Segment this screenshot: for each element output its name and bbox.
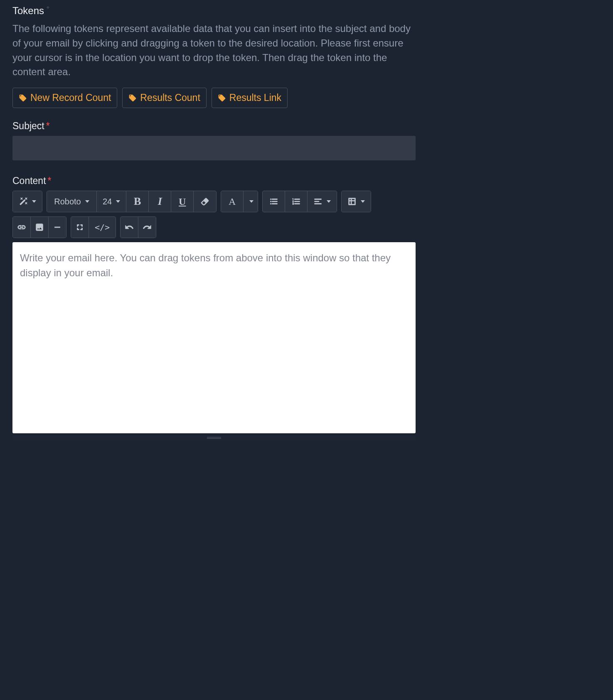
grip-icon — [207, 437, 221, 439]
link-icon — [17, 223, 26, 232]
link-button[interactable] — [13, 217, 31, 238]
horizontal-rule-button[interactable] — [49, 217, 66, 238]
chevron-down-icon — [361, 200, 365, 203]
italic-button[interactable]: I — [149, 191, 171, 212]
magic-wand-icon — [19, 197, 28, 206]
code-view-button[interactable]: </> — [89, 217, 116, 238]
list-ul-icon — [269, 197, 278, 206]
content-editor[interactable]: Write your email here. You can drag toke… — [12, 242, 416, 433]
minus-icon — [53, 223, 62, 232]
token-results-count[interactable]: Results Count — [122, 88, 206, 108]
undo-icon — [125, 223, 134, 232]
content-label: Content* — [12, 175, 416, 187]
redo-button[interactable] — [138, 217, 156, 238]
chevron-down-icon — [116, 200, 120, 203]
clear-formatting-button[interactable] — [194, 191, 216, 212]
unordered-list-button[interactable] — [263, 191, 285, 212]
info-dot: ○ — [47, 5, 49, 10]
chevron-down-icon — [32, 200, 36, 203]
required-mark: * — [46, 120, 50, 131]
eraser-icon — [200, 197, 209, 206]
bold-button[interactable]: B — [126, 191, 149, 212]
table-dropdown[interactable] — [342, 191, 371, 212]
font-size-value: 24 — [103, 197, 112, 206]
editor-placeholder: Write your email here. You can drag toke… — [20, 251, 408, 280]
italic-icon: I — [158, 195, 162, 208]
tag-icon — [19, 94, 27, 102]
chevron-down-icon — [85, 200, 89, 203]
token-label: Results Count — [140, 92, 200, 103]
svg-rect-0 — [55, 227, 60, 228]
font-color-icon: A — [229, 196, 236, 207]
list-ol-icon — [292, 197, 301, 206]
image-icon — [35, 223, 44, 232]
font-family-value: Roboto — [54, 197, 81, 206]
chevron-down-icon — [327, 200, 331, 203]
image-button[interactable] — [31, 217, 49, 238]
tag-icon — [218, 94, 226, 102]
font-family-dropdown[interactable]: Roboto — [47, 191, 97, 212]
bold-icon: B — [134, 195, 141, 208]
font-color-button[interactable]: A — [221, 191, 244, 212]
token-new-record-count[interactable]: New Record Count — [12, 88, 117, 108]
token-results-link[interactable]: Results Link — [212, 88, 288, 108]
subject-label: Subject* — [12, 120, 416, 132]
token-buttons-row: New Record Count Results Count Results L… — [12, 88, 416, 108]
redo-icon — [143, 223, 152, 232]
undo-button[interactable] — [121, 217, 138, 238]
paragraph-align-dropdown[interactable] — [308, 191, 337, 212]
tokens-title: Tokens○ — [12, 5, 416, 17]
tokens-description: The following tokens represent available… — [12, 22, 416, 79]
token-label: New Record Count — [30, 92, 111, 103]
font-color-dropdown[interactable] — [244, 191, 258, 212]
underline-icon: U — [179, 196, 186, 207]
chevron-down-icon — [249, 200, 254, 203]
ordered-list-button[interactable] — [285, 191, 308, 212]
magic-style-button[interactable] — [13, 191, 42, 212]
table-icon — [347, 197, 357, 206]
fullscreen-icon — [75, 223, 84, 232]
editor-toolbar-row-1: Roboto 24 B I U A — [12, 191, 416, 212]
font-size-dropdown[interactable]: 24 — [97, 191, 126, 212]
code-icon: </> — [95, 222, 110, 232]
tag-icon — [128, 94, 137, 102]
subject-input[interactable] — [12, 136, 416, 160]
editor-toolbar-row-2: </> — [12, 216, 416, 238]
required-mark: * — [48, 175, 52, 186]
editor-resize-handle[interactable] — [12, 436, 416, 440]
token-label: Results Link — [229, 92, 281, 103]
underline-button[interactable]: U — [171, 191, 194, 212]
align-icon — [313, 197, 323, 206]
fullscreen-button[interactable] — [71, 217, 89, 238]
